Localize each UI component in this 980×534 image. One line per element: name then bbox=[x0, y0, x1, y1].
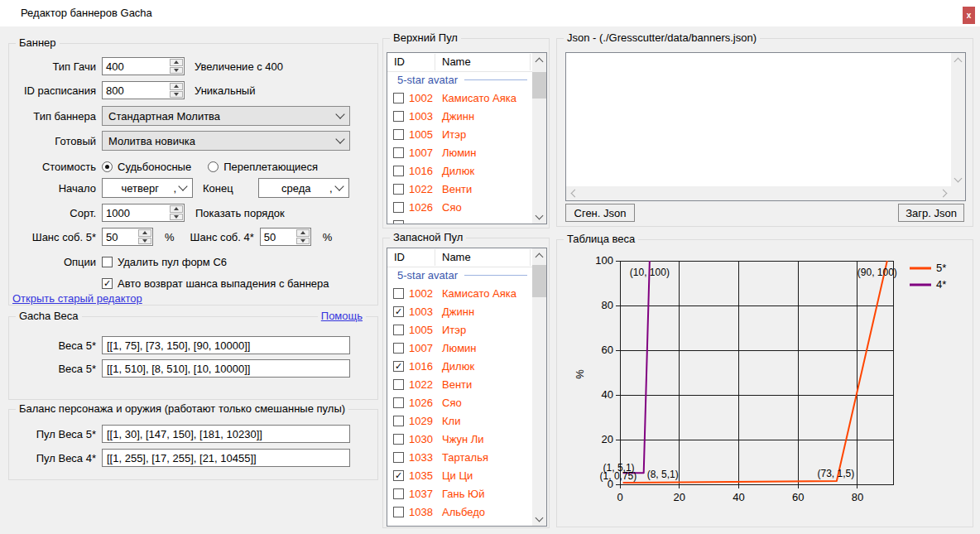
event-chance5-spinner[interactable]: 50 bbox=[102, 228, 153, 246]
spin-down-button[interactable] bbox=[138, 238, 151, 245]
pool-item-checkbox[interactable] bbox=[393, 166, 404, 176]
weights-input[interactable]: [[1, 75], [73, 150], [90, 10000]] bbox=[102, 336, 350, 354]
cost-label: Стоимость bbox=[9, 161, 96, 173]
spin-down-button[interactable] bbox=[170, 67, 183, 75]
pool-weights-input[interactable]: [[1, 30], [147, 150], [181, 10230]] bbox=[102, 425, 350, 443]
close-button[interactable]: x bbox=[963, 7, 975, 24]
balance-group: Баланс персонажа и оружия (работают толь… bbox=[8, 409, 378, 480]
column-separator bbox=[530, 54, 531, 70]
pool-item-row[interactable]: 1005Итэр bbox=[387, 320, 532, 339]
pool-item-row[interactable]: 1007Люмин bbox=[387, 339, 532, 357]
scroll-up-button[interactable] bbox=[532, 53, 546, 67]
schedule-id-spinner[interactable]: 800 bbox=[102, 81, 185, 99]
pool-item-row[interactable]: 1003Джинн bbox=[387, 302, 532, 320]
json-horizontal-scrollbar[interactable] bbox=[566, 186, 951, 200]
cost-radio-fate[interactable] bbox=[102, 161, 113, 172]
scroll-thumb[interactable] bbox=[532, 72, 546, 99]
pool-item-checkbox[interactable] bbox=[393, 379, 404, 390]
end-day-combobox[interactable]: среда , bbox=[258, 178, 349, 198]
scroll-up-icon bbox=[536, 253, 544, 262]
scroll-right-button[interactable] bbox=[937, 186, 951, 200]
prefab-combobox[interactable]: Молитва новичка bbox=[102, 131, 350, 151]
event-chance4-spinner[interactable]: 50 bbox=[260, 228, 311, 246]
cost-radio-intertwined[interactable] bbox=[208, 161, 219, 172]
pool-item-row[interactable]: 1005Итэр bbox=[387, 125, 532, 143]
pool-item-checkbox[interactable] bbox=[393, 325, 404, 335]
remove-pool-checkbox[interactable] bbox=[102, 257, 113, 267]
sort-spinner[interactable]: 1000 bbox=[102, 204, 185, 222]
pool-item-row[interactable]: 1035Ци Ци bbox=[387, 466, 532, 484]
pool-item-row[interactable]: 1026Сяо bbox=[387, 198, 532, 216]
pool-item-row[interactable]: 1037Гань Юй bbox=[387, 484, 532, 503]
spin-up-button[interactable] bbox=[138, 229, 151, 237]
pool-item-checkbox[interactable] bbox=[393, 361, 404, 372]
event-chance4-unit: % bbox=[323, 231, 333, 243]
load-json-button[interactable]: Загр. Json bbox=[898, 204, 964, 222]
open-old-editor-link[interactable]: Открыть старый редактор bbox=[12, 292, 142, 305]
pool-item-checkbox[interactable] bbox=[393, 434, 404, 445]
scroll-up-button[interactable] bbox=[532, 248, 546, 262]
pool-weights-row: Пул Веса 5*[[1, 30], [147, 150], [181, 1… bbox=[9, 425, 372, 443]
spin-up-button[interactable] bbox=[170, 205, 183, 213]
pool-item-row[interactable]: 1022Венти bbox=[387, 375, 532, 393]
pool-item-checkbox[interactable] bbox=[393, 202, 404, 213]
pool-item-checkbox[interactable] bbox=[393, 416, 404, 426]
reserve-pool-scrollbar[interactable] bbox=[532, 248, 546, 526]
json-vertical-scrollbar[interactable] bbox=[951, 53, 965, 186]
generate-json-button[interactable]: Сген. Json bbox=[565, 204, 635, 222]
gacha-type-spinner[interactable]: 400 bbox=[102, 57, 185, 75]
pool-item-checkbox[interactable] bbox=[393, 93, 404, 103]
help-link[interactable]: Помощь bbox=[318, 310, 366, 322]
auto-return-checkbox[interactable] bbox=[102, 278, 113, 289]
pool-item-row[interactable]: 1038Альбедо bbox=[387, 503, 532, 521]
pool-weights-input[interactable]: [[1, 255], [17, 255], [21, 10455]] bbox=[102, 449, 350, 467]
scroll-down-button[interactable] bbox=[532, 512, 546, 526]
start-day-combobox[interactable]: четверг , bbox=[102, 178, 193, 198]
spin-up-button[interactable] bbox=[296, 229, 310, 237]
pool-item-checkbox[interactable] bbox=[393, 129, 404, 140]
pool-item-row[interactable]: 1007Люмин bbox=[387, 143, 532, 161]
pool-item-checkbox[interactable] bbox=[393, 397, 404, 408]
pool-item-checkbox[interactable] bbox=[393, 184, 404, 195]
pool-item-checkbox[interactable] bbox=[393, 507, 404, 517]
pool-item-row[interactable]: 1003Джинн bbox=[387, 107, 532, 125]
pool-item-row[interactable]: 1016Дилюк bbox=[387, 161, 532, 180]
scroll-down-button[interactable] bbox=[532, 209, 546, 224]
pool-item-row[interactable]: 1002Камисато Аяка bbox=[387, 284, 532, 302]
spin-up-button[interactable] bbox=[170, 59, 183, 66]
weights-input[interactable]: [[1, 510], [8, 510], [10, 10000]] bbox=[102, 359, 350, 378]
pool-item-checkbox[interactable] bbox=[393, 343, 404, 354]
upper-pool-scrollbar[interactable] bbox=[532, 53, 546, 224]
pool-item-checkbox[interactable] bbox=[393, 288, 404, 299]
spin-buttons bbox=[169, 82, 184, 99]
pool-item-id: 1026 bbox=[409, 201, 442, 214]
pool-item-row[interactable]: 1029Кли bbox=[387, 411, 532, 430]
pool-item-row[interactable]: 1002Камисато Аяка bbox=[387, 89, 532, 107]
pool-item-checkbox[interactable] bbox=[393, 306, 404, 317]
spin-up-button[interactable] bbox=[170, 83, 183, 90]
prefab-row: Готовый Молитва новичка bbox=[9, 132, 372, 150]
spin-down-button[interactable] bbox=[296, 238, 310, 245]
scroll-left-button[interactable] bbox=[566, 186, 580, 200]
banner-type-combobox[interactable]: Стандартная Молитва bbox=[102, 106, 350, 126]
scroll-down-button[interactable] bbox=[951, 172, 965, 186]
pool-item-checkbox[interactable] bbox=[393, 452, 404, 463]
pool-item-row[interactable]: 1030Чжун Ли bbox=[387, 430, 532, 448]
spin-down-button[interactable] bbox=[170, 214, 183, 221]
pool-item-row[interactable]: 1033Тарталья bbox=[387, 448, 532, 466]
pool-item-checkbox[interactable] bbox=[393, 111, 404, 122]
options-row: Опции Удалить пул форм С6 bbox=[9, 253, 372, 271]
pool-item-row[interactable]: 1016Дилюк bbox=[387, 357, 532, 375]
scroll-thumb[interactable] bbox=[532, 265, 546, 297]
arrow-up-icon bbox=[174, 207, 179, 210]
pool-item-checkbox[interactable] bbox=[393, 470, 404, 481]
pool-item-row[interactable]: 1026Сяо bbox=[387, 393, 532, 411]
pool-item-checkbox[interactable] bbox=[393, 147, 404, 158]
pool-item-checkbox[interactable] bbox=[393, 488, 404, 499]
pool-item-name: Ци Ци bbox=[442, 469, 473, 482]
pool-item-checkbox bbox=[393, 220, 404, 224]
scroll-up-button[interactable] bbox=[951, 53, 965, 67]
json-textarea[interactable] bbox=[565, 52, 966, 201]
spin-down-button[interactable] bbox=[170, 91, 183, 99]
pool-item-row[interactable]: 1022Венти bbox=[387, 180, 532, 198]
